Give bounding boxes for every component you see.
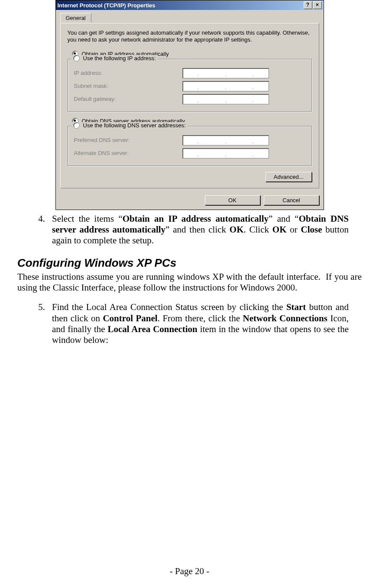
dialog-titlebar[interactable]: Internet Protocol (TCP/IP) Properties ? …	[56, 0, 324, 10]
preferred-dns-input[interactable]: ...	[182, 135, 269, 145]
field-ip-address: IP address: ...	[74, 68, 305, 78]
field-subnet-mask: Subnet mask: ...	[74, 81, 305, 91]
radio-dns-manual[interactable]: Use the following DNS server addresses:	[71, 122, 188, 129]
radio-label: Use the following DNS server addresses:	[83, 122, 186, 129]
group-ip-manual: Use the following IP address: IP address…	[68, 59, 312, 112]
field-label: Alternate DNS server:	[74, 150, 182, 156]
section-heading-xp: Configuring Windows XP PCs	[17, 256, 362, 270]
document-content: 4. Select the items “Obtain an IP addres…	[0, 213, 379, 346]
step-4: 4. Select the items “Obtain an IP addres…	[35, 213, 362, 246]
tabstrip: General	[60, 13, 319, 23]
field-label: Subnet mask:	[74, 83, 182, 89]
list-number: 4.	[35, 213, 45, 246]
help-icon[interactable]: ?	[304, 1, 312, 9]
step-4-text: Select the items “Obtain an IP address a…	[52, 213, 349, 246]
field-label: IP address:	[74, 70, 182, 76]
radio-ip-manual[interactable]: Use the following IP address:	[71, 55, 158, 61]
cancel-button[interactable]: Cancel	[264, 195, 319, 205]
field-label: Preferred DNS server:	[74, 137, 182, 143]
alternate-dns-input[interactable]: ...	[182, 148, 269, 158]
radio-label: Use the following IP address:	[83, 55, 156, 61]
advanced-row: Advanced...	[68, 172, 312, 182]
subnet-mask-input[interactable]: ...	[182, 81, 269, 91]
page-footer: - Page 20 -	[0, 566, 379, 577]
tcpip-properties-dialog: Internet Protocol (TCP/IP) Properties ? …	[55, 0, 324, 210]
dialog-body: General You can get IP settings assigned…	[56, 10, 324, 193]
field-preferred-dns: Preferred DNS server: ...	[74, 135, 305, 145]
titlebar-buttons: ? ×	[304, 1, 322, 9]
default-gateway-input[interactable]: ...	[182, 94, 269, 104]
group-dns-manual: Use the following DNS server addresses: …	[68, 126, 312, 166]
advanced-button[interactable]: Advanced...	[266, 172, 312, 182]
ip-address-input[interactable]: ...	[182, 68, 269, 78]
section-intro-xp: These instructions assume you are runnin…	[17, 271, 362, 293]
radio-icon	[73, 55, 80, 61]
dialog-title: Internet Protocol (TCP/IP) Properties	[58, 2, 304, 9]
ok-button[interactable]: OK	[205, 195, 260, 205]
tab-general[interactable]: General	[60, 13, 91, 23]
tab-panel-general: You can get IP settings assigned automat…	[60, 23, 319, 188]
close-icon[interactable]: ×	[313, 1, 322, 9]
dialog-intro-text: You can get IP settings assigned automat…	[68, 29, 312, 44]
field-label: Default gateway:	[74, 96, 182, 102]
field-alternate-dns: Alternate DNS server: ...	[74, 148, 305, 158]
dialog-buttons: OK Cancel	[56, 193, 324, 210]
radio-icon	[73, 122, 80, 129]
list-number: 5.	[35, 302, 45, 346]
step-5: 5. Find the Local Area Connection Status…	[35, 302, 362, 346]
field-default-gateway: Default gateway: ...	[74, 94, 305, 104]
step-5-text: Find the Local Area Connection Status sc…	[52, 302, 349, 346]
